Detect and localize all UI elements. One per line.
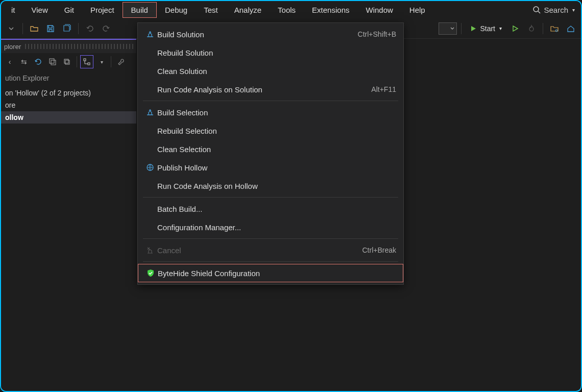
wrench-icon <box>117 58 125 65</box>
svg-rect-5 <box>64 59 68 63</box>
explorer-toolbar: ‹ ⇆ ▾ <box>1 53 136 70</box>
chevron-down-icon: ▾ <box>499 26 502 31</box>
flame-icon <box>527 24 536 33</box>
save-icon <box>46 24 55 33</box>
menu-label: Run Code Analysis on Solution <box>157 85 371 94</box>
svg-rect-7 <box>84 59 86 61</box>
menu-publish-hollow[interactable]: Publish Hollow <box>138 158 403 177</box>
menu-run-code-analysis-hollow[interactable]: Run Code Analysis on Hollow <box>138 177 403 195</box>
toolbar-separator <box>77 56 77 67</box>
publish-icon <box>143 163 157 172</box>
menu-separator <box>143 261 398 262</box>
toolbar-separator <box>461 23 462 34</box>
undo-button[interactable] <box>83 21 97 36</box>
solution-tree: on 'Hollow' (2 of 2 projects) ore ollow <box>1 86 136 125</box>
folder-search-icon <box>550 24 559 33</box>
toolbar-separator <box>543 23 543 34</box>
chevron-down-icon: ▾ <box>572 7 575 13</box>
redo-button[interactable] <box>99 21 113 36</box>
build-icon <box>143 108 157 117</box>
menu-shortcut: Ctrl+Break <box>362 246 396 254</box>
home-icon <box>567 24 575 33</box>
more-dropdown[interactable]: ▾ <box>94 55 108 68</box>
menu-window[interactable]: Window <box>357 3 401 17</box>
menu-bytehide-shield[interactable]: ByteHide Shield Configuration <box>138 264 403 282</box>
svg-rect-6 <box>65 60 69 64</box>
menu-cancel: Cancel Ctrl+Break <box>138 241 403 259</box>
svg-line-1 <box>538 11 540 13</box>
menubar-search[interactable]: Search ▾ <box>528 6 579 14</box>
menu-view[interactable]: View <box>23 3 56 17</box>
explorer-search[interactable]: ution Explorer <box>1 70 136 86</box>
save-button[interactable] <box>43 21 58 36</box>
build-icon <box>143 30 157 39</box>
ide-window: it View Git Project Build Debug Test Ana… <box>0 0 582 392</box>
tree-view-button[interactable] <box>80 55 93 68</box>
menu-tools[interactable]: Tools <box>270 3 304 17</box>
menu-analyze[interactable]: Analyze <box>226 3 270 17</box>
tree-icon <box>83 58 91 66</box>
hot-reload-button[interactable] <box>524 21 539 36</box>
back-button[interactable]: ‹ <box>3 55 16 68</box>
menu-build[interactable]: Build <box>123 2 157 18</box>
explorer-search-placeholder: ution Explorer <box>5 74 49 82</box>
menu-help[interactable]: Help <box>401 3 433 17</box>
svg-rect-8 <box>88 63 90 65</box>
menu-extensions[interactable]: Extensions <box>304 3 357 17</box>
menu-configuration-manager[interactable]: Configuration Manager... <box>138 218 403 236</box>
explorer-title: plorer <box>4 43 21 51</box>
chevron-left-icon: ‹ <box>9 58 11 66</box>
menu-label: Run Code Analysis on Hollow <box>157 182 396 190</box>
solution-explorer-panel: plorer ‹ ⇆ ▾ ution E <box>1 39 136 391</box>
start-without-debug-button[interactable] <box>508 21 522 36</box>
play-icon <box>470 25 477 32</box>
explorer-header[interactable]: plorer <box>1 39 136 53</box>
menu-label: Configuration Manager... <box>157 223 396 232</box>
open-button[interactable] <box>27 21 41 36</box>
find-in-files-button[interactable] <box>547 21 562 36</box>
toolbar-right: Start ▾ <box>439 21 578 36</box>
menu-run-code-analysis-solution[interactable]: Run Code Analysis on Solution Alt+F11 <box>138 80 403 99</box>
grip-dots <box>25 44 133 49</box>
chevron-down-icon: ▾ <box>101 59 103 65</box>
menu-label: Cancel <box>157 246 362 255</box>
save-all-icon <box>62 24 71 33</box>
menu-project[interactable]: Project <box>82 3 123 17</box>
menu-test[interactable]: Test <box>196 3 226 17</box>
start-debug-button[interactable]: Start ▾ <box>466 22 506 35</box>
menu-clean-selection[interactable]: Clean Selection <box>138 140 403 158</box>
redo-icon <box>102 24 110 33</box>
search-icon <box>532 6 541 14</box>
menubar: it View Git Project Build Debug Test Ana… <box>1 1 581 18</box>
menu-label: Publish Hollow <box>157 163 396 172</box>
stack-icon <box>63 58 70 65</box>
switch-views-button[interactable]: ⇆ <box>17 55 31 68</box>
menu-build-selection[interactable]: Build Selection <box>138 103 403 121</box>
cancel-icon <box>143 246 157 254</box>
show-all-button[interactable] <box>60 55 74 68</box>
refresh-button[interactable] <box>32 55 45 68</box>
menu-edit[interactable]: it <box>3 3 23 17</box>
config-combo[interactable] <box>439 22 457 35</box>
home-button[interactable] <box>564 21 578 36</box>
tree-item-solution[interactable]: on 'Hollow' (2 of 2 projects) <box>1 87 136 99</box>
collapse-all-button[interactable] <box>46 55 59 68</box>
start-label: Start <box>480 24 495 33</box>
menu-git[interactable]: Git <box>56 3 82 17</box>
menu-rebuild-selection[interactable]: Rebuild Selection <box>138 121 403 140</box>
tree-item-project[interactable]: ollow <box>1 111 136 124</box>
properties-button[interactable] <box>114 55 128 68</box>
menu-clean-solution[interactable]: Clean Solution <box>138 62 403 80</box>
tree-item-project[interactable]: ore <box>1 99 136 111</box>
build-dropdown-menu: Build Solution Ctrl+Shift+B Rebuild Solu… <box>137 22 404 285</box>
menu-shortcut: Ctrl+Shift+B <box>358 30 396 38</box>
save-all-button[interactable] <box>60 21 74 36</box>
menu-batch-build[interactable]: Batch Build... <box>138 200 403 218</box>
menu-label: Build Selection <box>157 108 396 117</box>
back-dropdown-button[interactable] <box>4 21 18 36</box>
shield-icon <box>143 268 158 278</box>
menu-rebuild-solution[interactable]: Rebuild Solution <box>138 43 403 62</box>
menu-debug[interactable]: Debug <box>157 3 196 17</box>
play-outline-icon <box>512 25 519 32</box>
menu-build-solution[interactable]: Build Solution Ctrl+Shift+B <box>138 25 403 43</box>
